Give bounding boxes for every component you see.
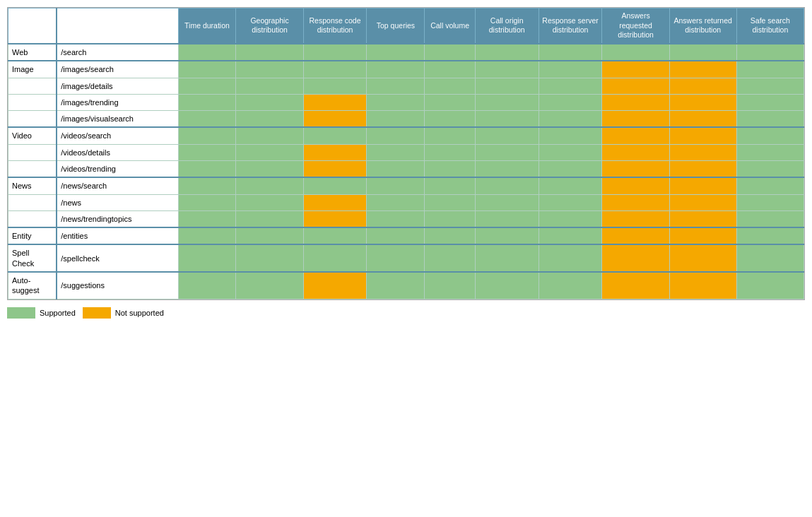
cell-data <box>475 144 539 160</box>
cell-data <box>539 227 602 244</box>
cell-data <box>475 244 539 272</box>
col-header-top-queries: Top queries <box>367 8 425 44</box>
cell-api: Image <box>8 61 57 78</box>
cell-endpoint: /videos/details <box>57 144 178 160</box>
cell-endpoint: /spellcheck <box>57 244 178 272</box>
cell-data <box>236 244 303 272</box>
cell-data <box>736 244 804 272</box>
col-header-ans-req: Answers requested distribution <box>602 8 669 44</box>
cell-endpoint: /news/trendingtopics <box>57 210 178 227</box>
table-row: /videos/trending <box>8 161 804 178</box>
cell-data <box>539 94 602 110</box>
cell-api <box>8 94 57 110</box>
cell-data <box>475 111 539 128</box>
cell-data <box>236 210 303 227</box>
cell-data <box>425 244 475 272</box>
cell-data <box>425 227 475 244</box>
cell-data <box>539 111 602 128</box>
cell-data <box>602 161 669 178</box>
legend-not-supported: Not supported <box>83 307 164 319</box>
cell-data <box>236 78 303 94</box>
legend-supported-label: Supported <box>40 309 76 317</box>
cell-data <box>669 94 736 110</box>
cell-data <box>367 78 425 94</box>
col-header-resp-code: Response code distribution <box>303 8 367 44</box>
cell-data <box>236 111 303 128</box>
cell-endpoint: /images/visualsearch <box>57 111 178 128</box>
cell-data <box>602 61 669 78</box>
cell-data <box>602 44 669 61</box>
cell-data <box>425 111 475 128</box>
cell-data <box>303 94 367 110</box>
cell-data <box>367 94 425 110</box>
table-row: Entity/entities <box>8 227 804 244</box>
cell-data <box>669 161 736 178</box>
cell-data <box>602 177 669 194</box>
cell-data <box>303 244 367 272</box>
cell-data <box>425 44 475 61</box>
cell-api: News <box>8 177 57 194</box>
cell-data <box>303 177 367 194</box>
cell-data <box>602 144 669 160</box>
cell-endpoint: /images/details <box>57 78 178 94</box>
table-row: /news <box>8 194 804 210</box>
cell-data <box>367 244 425 272</box>
cell-endpoint: /news/search <box>57 177 178 194</box>
cell-data <box>475 177 539 194</box>
cell-data <box>178 94 236 110</box>
cell-data <box>367 194 425 210</box>
table-row: /images/visualsearch <box>8 111 804 128</box>
cell-data <box>178 272 236 299</box>
table-row: Web/search <box>8 44 804 61</box>
cell-endpoint: /videos/trending <box>57 161 178 178</box>
cell-data <box>303 144 367 160</box>
cell-data <box>736 227 804 244</box>
cell-data <box>303 210 367 227</box>
table-row: News/news/search <box>8 177 804 194</box>
table-body: Web/searchImage/images/search/images/det… <box>8 44 804 299</box>
cell-data <box>425 127 475 144</box>
cell-data <box>178 144 236 160</box>
cell-api <box>8 78 57 94</box>
cell-data <box>367 227 425 244</box>
cell-data <box>178 127 236 144</box>
cell-data <box>303 161 367 178</box>
cell-data <box>303 227 367 244</box>
cell-data <box>236 227 303 244</box>
cell-data <box>367 44 425 61</box>
table-row: Auto-suggest/suggestions <box>8 272 804 299</box>
cell-data <box>475 78 539 94</box>
cell-endpoint: /suggestions <box>57 272 178 299</box>
cell-endpoint: /images/search <box>57 61 178 78</box>
cell-data <box>303 127 367 144</box>
cell-data <box>425 78 475 94</box>
cell-data <box>669 111 736 128</box>
col-header-ans-ret: Answers returned distribution <box>669 8 736 44</box>
cell-data <box>602 227 669 244</box>
cell-data <box>602 111 669 128</box>
cell-data <box>303 111 367 128</box>
cell-data <box>303 78 367 94</box>
cell-data <box>736 210 804 227</box>
cell-data <box>475 44 539 61</box>
col-header-call-volume: Call volume <box>425 8 475 44</box>
cell-data <box>669 177 736 194</box>
cell-data <box>367 111 425 128</box>
cell-data <box>303 272 367 299</box>
cell-data <box>539 210 602 227</box>
cell-endpoint: /videos/search <box>57 127 178 144</box>
cell-data <box>602 244 669 272</box>
col-header-api: API <box>8 8 57 44</box>
col-header-safe-search: Safe search distribution <box>736 8 804 44</box>
cell-endpoint: /search <box>57 44 178 61</box>
cell-data <box>539 272 602 299</box>
legend-supported: Supported <box>7 307 76 319</box>
cell-data <box>669 44 736 61</box>
cell-data <box>236 177 303 194</box>
table-row: /news/trendingtopics <box>8 210 804 227</box>
table-row: Video/videos/search <box>8 127 804 144</box>
cell-data <box>669 244 736 272</box>
legend-not-supported-label: Not supported <box>115 309 164 317</box>
cell-data <box>178 78 236 94</box>
table-row: Image/images/search <box>8 61 804 78</box>
